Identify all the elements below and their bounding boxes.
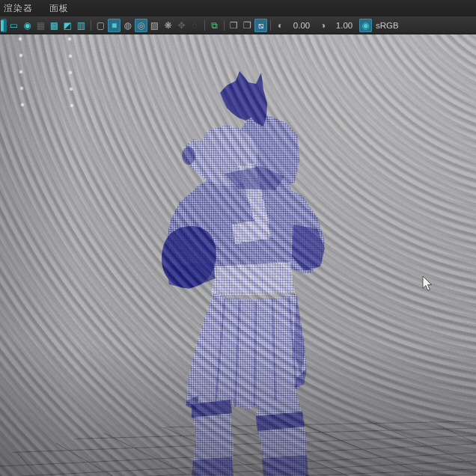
textured-mode-icon[interactable]: ◍ [121, 19, 134, 32]
reflection-dot [21, 103, 24, 106]
exposure-value[interactable]: 0.00 [287, 21, 316, 30]
field-chart-icon[interactable]: ◩ [61, 19, 74, 32]
toolbar-separator [224, 20, 225, 31]
film-gate-icon[interactable]: ◉ [21, 19, 34, 32]
reflection-dot [70, 88, 73, 91]
wireframe-mode-icon[interactable]: ▢ [94, 19, 107, 32]
gamma-value[interactable]: 1.00 [330, 21, 358, 30]
reflection-dot [68, 37, 71, 40]
reflection-dot [19, 70, 22, 73]
shaded-mode-icon[interactable]: ■ [108, 19, 120, 32]
reflection-dot [69, 71, 72, 74]
reflection-dot [20, 87, 23, 90]
panel-menu-bar: 渲染器 面板 [0, 0, 476, 16]
ground-grid [0, 419, 476, 476]
resolution-gate-icon[interactable]: ▦ [34, 19, 47, 32]
reflection-dot [70, 104, 73, 107]
xray-joints-icon[interactable]: ❐ [241, 19, 254, 32]
menu-panels[interactable]: 面板 [49, 2, 69, 15]
view-transform-icon[interactable]: ◉ [359, 19, 372, 32]
exposure-icon[interactable]: ◐ [274, 19, 287, 32]
gate-mask-icon[interactable]: ▩ [48, 19, 61, 32]
mouse-cursor-icon [422, 276, 433, 292]
motion-blur-icon[interactable]: ✥ [175, 19, 188, 32]
waistband-mesh [211, 262, 295, 296]
reflection-dot [19, 54, 22, 57]
menu-renderer[interactable]: 渲染器 [4, 2, 33, 15]
xray-active-icon[interactable]: ⧅ [254, 19, 267, 32]
anti-alias-icon[interactable]: ◌ [189, 19, 201, 32]
gamma-icon[interactable]: ◑ [317, 19, 329, 32]
camera-icon[interactable]: ▭ [7, 19, 20, 32]
toolbar-separator [270, 20, 271, 31]
safe-title-icon[interactable]: ▥ [75, 19, 88, 32]
reflection-dot [19, 37, 22, 40]
xray-icon[interactable]: ❒ [228, 19, 240, 32]
toolbar-separator [91, 20, 91, 31]
lights-mode-icon[interactable]: ◎ [135, 19, 147, 32]
reflection-dot [69, 55, 72, 58]
maya-viewport-window: 渲染器 面板 ▌ ▭ ◉ ▦ ▩ ◩ ▥ ▢ ■ ◍ ◎ ▨ ❋ ✥ ◌ ⧉ ❒… [0, 0, 476, 476]
right-foot-shade [262, 455, 308, 476]
view-transform-label[interactable]: sRGB [373, 21, 402, 30]
jackal-head-solid [220, 71, 267, 126]
left-cuff-solid [166, 262, 216, 289]
partial-left-icon[interactable]: ▌ [1, 19, 7, 32]
shadows-icon[interactable]: ▨ [148, 19, 161, 32]
isolate-select-icon[interactable]: ⧉ [208, 19, 221, 32]
wireframe-model[interactable] [162, 71, 325, 476]
ambient-occlusion-icon[interactable]: ❋ [162, 19, 174, 32]
viewport-toolbar: ▌ ▭ ◉ ▦ ▩ ◩ ▥ ▢ ■ ◍ ◎ ▨ ❋ ✥ ◌ ⧉ ❒ ❐ ⧅ ◐ … [0, 16, 476, 34]
toolbar-separator [204, 20, 205, 31]
boar-snout [182, 147, 195, 165]
